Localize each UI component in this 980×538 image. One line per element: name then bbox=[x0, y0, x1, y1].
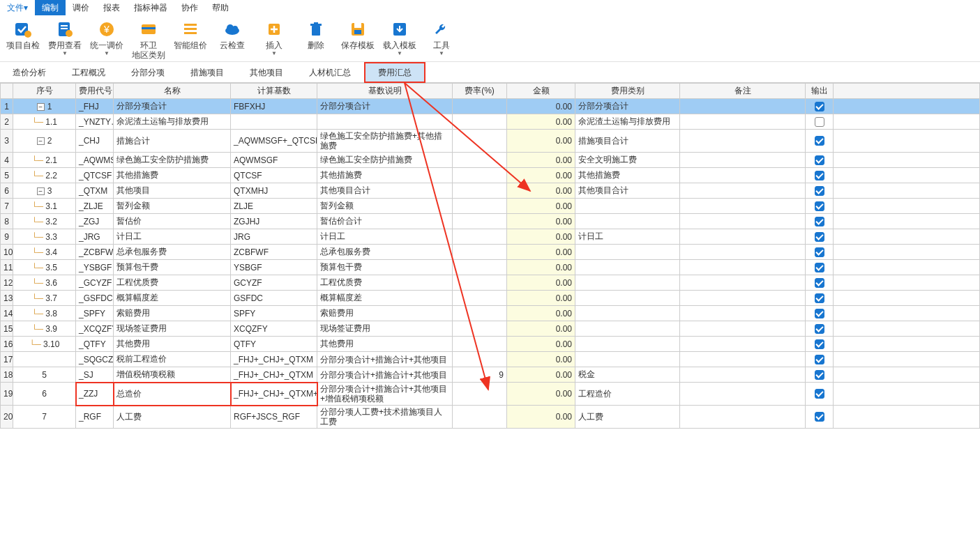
menu-tiaojia[interactable]: 调价 bbox=[66, 0, 96, 15]
cell-category[interactable]: 税金 bbox=[575, 367, 680, 383]
hdr-name[interactable]: 名称 bbox=[114, 84, 231, 99]
cell-rate[interactable] bbox=[453, 275, 507, 291]
cell-amount[interactable]: 0.00 bbox=[507, 306, 575, 321]
cell-category[interactable]: 余泥渣土运输与排放费用 bbox=[575, 114, 680, 130]
cell-category[interactable]: 其他项目合计 bbox=[575, 183, 680, 199]
tool-delete[interactable]: 删除 bbox=[299, 20, 333, 50]
cell-amount[interactable]: 0.00 bbox=[507, 275, 575, 291]
hdr-amt[interactable]: 金额 bbox=[507, 84, 575, 99]
cell-basis[interactable]: 概算幅度差 bbox=[317, 291, 453, 306]
cell-remark[interactable] bbox=[680, 214, 806, 229]
cell-output[interactable] bbox=[806, 260, 834, 275]
cell-output[interactable] bbox=[806, 214, 834, 229]
cell-amount[interactable]: 0.00 bbox=[507, 114, 575, 130]
cell-basis[interactable]: 工程优质费 bbox=[317, 275, 453, 291]
output-checkbox[interactable] bbox=[815, 186, 824, 196]
tab-measures[interactable]: 措施项目 bbox=[178, 63, 237, 82]
output-checkbox[interactable] bbox=[815, 102, 824, 112]
cell-seq[interactable]: 5 bbox=[13, 367, 76, 383]
cell-formula[interactable]: _FHJ+_CHJ+_QTXM+_SJ bbox=[231, 383, 317, 406]
cell-code[interactable]: _AQWMSGF bbox=[76, 153, 114, 168]
cell-formula[interactable]: _AQWMSGF+_QTCSF bbox=[231, 130, 317, 153]
cell-code[interactable]: _GCYZF bbox=[76, 275, 114, 291]
menu-xiezuo[interactable]: 协作 bbox=[174, 0, 205, 15]
cell-seq[interactable] bbox=[13, 352, 76, 367]
cell-basis[interactable]: 分部分项合计 bbox=[317, 99, 453, 114]
cell-rate[interactable] bbox=[453, 337, 507, 352]
cell-name[interactable]: 总承包服务费 bbox=[114, 245, 231, 260]
output-checkbox[interactable] bbox=[815, 339, 824, 349]
cell-amount[interactable]: 0.00 bbox=[507, 352, 575, 367]
cell-remark[interactable] bbox=[680, 229, 806, 245]
cell-amount[interactable]: 0.00 bbox=[507, 153, 575, 168]
output-checkbox[interactable] bbox=[815, 136, 824, 146]
tab-materials[interactable]: 人材机汇总 bbox=[296, 63, 364, 82]
tab-fee-summary[interactable]: 费用汇总 bbox=[364, 62, 425, 83]
cell-remark[interactable] bbox=[680, 153, 806, 168]
cell-output[interactable] bbox=[806, 352, 834, 367]
cell-seq[interactable]: └─ 1.1 bbox=[13, 114, 76, 130]
cell-amount[interactable]: 0.00 bbox=[507, 406, 575, 429]
output-checkbox[interactable] bbox=[815, 293, 824, 303]
cell-category[interactable] bbox=[575, 275, 680, 291]
cell-name[interactable]: 预算包干费 bbox=[114, 260, 231, 275]
cell-basis[interactable]: 总承包服务费 bbox=[317, 245, 453, 260]
cell-amount[interactable]: 0.00 bbox=[507, 245, 575, 260]
cell-seq[interactable]: −1 bbox=[13, 99, 76, 114]
tree-toggle[interactable]: − bbox=[37, 103, 45, 111]
tool-area-type[interactable]: 环卫 地区类别 bbox=[131, 20, 166, 60]
cell-remark[interactable] bbox=[680, 183, 806, 199]
grid-row[interactable]: 3−2_CHJ措施合计_AQWMSGF+_QTCSF绿色施工安全防护措施费+其他… bbox=[1, 130, 980, 153]
cell-rate[interactable] bbox=[453, 383, 507, 406]
cell-name[interactable]: 措施合计 bbox=[114, 130, 231, 153]
menu-edit[interactable]: 编制 bbox=[35, 0, 66, 15]
tool-fee-view[interactable]: 费用查看▼ bbox=[47, 20, 82, 56]
output-checkbox[interactable] bbox=[815, 370, 824, 380]
cell-basis[interactable]: 预算包干费 bbox=[317, 260, 453, 275]
cell-formula[interactable]: GSFDC bbox=[231, 291, 317, 306]
grid-row[interactable]: 9└─ 3.3_JRG计日工JRG计日工0.00计日工 bbox=[1, 229, 980, 245]
cell-output[interactable] bbox=[806, 183, 834, 199]
cell-category[interactable] bbox=[575, 260, 680, 275]
cell-code[interactable]: _QTCSF bbox=[76, 168, 114, 183]
cell-amount[interactable]: 0.00 bbox=[507, 168, 575, 183]
grid-row[interactable]: 207_RGF人工费RGF+JSCS_RGF分部分项人工费+技术措施项目人工费0… bbox=[1, 406, 980, 429]
cell-name[interactable]: 概算幅度差 bbox=[114, 291, 231, 306]
cell-amount[interactable]: 0.00 bbox=[507, 260, 575, 275]
cell-category[interactable]: 其他措施费 bbox=[575, 168, 680, 183]
output-checkbox[interactable] bbox=[815, 155, 824, 165]
cell-output[interactable] bbox=[806, 337, 834, 352]
output-checkbox[interactable] bbox=[815, 389, 824, 399]
tab-other[interactable]: 其他项目 bbox=[237, 63, 296, 82]
menu-report[interactable]: 报表 bbox=[96, 0, 127, 15]
cell-name[interactable]: 其他项目 bbox=[114, 183, 231, 199]
cell-rate[interactable] bbox=[453, 321, 507, 337]
cell-formula[interactable]: ZGJHJ bbox=[231, 214, 317, 229]
cell-code[interactable]: _ZZJ bbox=[76, 383, 114, 406]
menu-file[interactable]: 文件▾ bbox=[0, 0, 35, 15]
tool-smart-group[interactable]: 智能组价 bbox=[173, 20, 208, 50]
cell-rate[interactable] bbox=[453, 406, 507, 429]
cell-name[interactable]: 其他措施费 bbox=[114, 168, 231, 183]
cell-category[interactable]: 措施项目合计 bbox=[575, 130, 680, 153]
cell-formula[interactable]: QTCSF bbox=[231, 168, 317, 183]
cell-remark[interactable] bbox=[680, 337, 806, 352]
cell-seq[interactable]: └─ 2.2 bbox=[13, 168, 76, 183]
hdr-out[interactable]: 输出 bbox=[806, 84, 834, 99]
hdr-code[interactable]: 费用代号 bbox=[76, 84, 114, 99]
cell-basis[interactable]: 绿色施工安全防护措施费+其他措施费 bbox=[317, 130, 453, 153]
cell-basis[interactable]: 暂估价合计 bbox=[317, 214, 453, 229]
tool-unified-price[interactable]: ¥ 统一调价▼ bbox=[89, 20, 124, 56]
cell-output[interactable] bbox=[806, 153, 834, 168]
hdr-cat[interactable]: 费用类别 bbox=[575, 84, 680, 99]
cell-rate[interactable] bbox=[453, 214, 507, 229]
cell-output[interactable] bbox=[806, 245, 834, 260]
output-checkbox[interactable] bbox=[815, 201, 824, 211]
cell-code[interactable]: _QTFY bbox=[76, 337, 114, 352]
tool-xm-self-check[interactable]: 项目自检 bbox=[6, 20, 40, 50]
cell-seq[interactable]: └─ 2.1 bbox=[13, 153, 76, 168]
cell-name[interactable]: 余泥渣土运输与排放费用 bbox=[114, 114, 231, 130]
cell-rate[interactable] bbox=[453, 99, 507, 114]
cell-remark[interactable] bbox=[680, 99, 806, 114]
output-checkbox[interactable] bbox=[815, 278, 824, 288]
